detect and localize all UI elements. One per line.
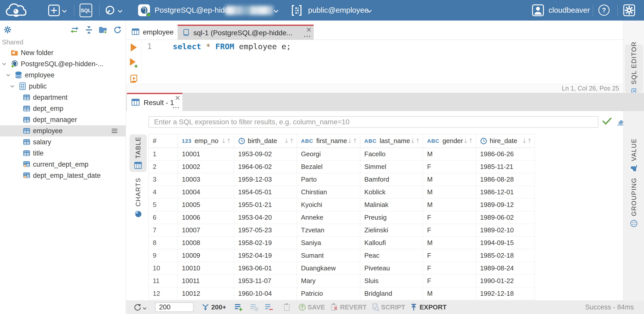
row-number-cell[interactable]: 1 — [148, 148, 178, 161]
row-number-cell[interactable]: 8 — [148, 237, 178, 249]
sort-icon[interactable]: ↓↑ — [522, 137, 532, 145]
data-cell[interactable]: 10004 — [178, 186, 234, 199]
new-connection-chevron-icon[interactable] — [62, 9, 67, 14]
fetch-more-icon[interactable] — [202, 304, 209, 312]
tree-item-employee[interactable]: employee — [0, 69, 126, 81]
data-cell[interactable]: Anneke — [297, 211, 360, 224]
execute-new-tab-button[interactable] — [129, 58, 138, 69]
column-header-rownum[interactable]: # — [148, 134, 178, 148]
username-label[interactable]: cloudbeaver — [548, 6, 590, 14]
delete-row-icon[interactable] — [265, 304, 273, 312]
data-cell[interactable]: 10012 — [178, 287, 234, 300]
driver-chevron-icon[interactable] — [118, 9, 123, 14]
data-cell[interactable]: 10009 — [178, 249, 234, 262]
apply-filter-icon[interactable] — [602, 118, 612, 126]
data-cell[interactable]: 1964-06-02 — [234, 161, 297, 173]
sort-icon[interactable]: ↓↑ — [347, 137, 357, 145]
row-number-cell[interactable]: 9 — [148, 249, 178, 262]
data-cell[interactable]: 1959-12-03 — [234, 173, 297, 186]
data-cell[interactable]: Bamford — [360, 173, 423, 186]
data-cell[interactable]: 10008 — [178, 237, 234, 249]
data-cell[interactable]: Simmel — [360, 161, 423, 173]
paste-value-icon[interactable] — [283, 303, 291, 312]
tree-item-postgresql-ep-hidden-[interactable]: PostgreSQL@ep-hidden-... — [0, 58, 126, 69]
duplicate-row-icon[interactable] — [250, 304, 259, 312]
column-header-emp_no[interactable]: 123emp_no↓↑ — [178, 134, 234, 148]
column-header-gender[interactable]: ABCgender↓↑ — [423, 134, 476, 148]
connection-name[interactable]: PostgreSQL@ep-hidde — [155, 6, 233, 14]
revert-icon[interactable] — [330, 303, 338, 312]
data-cell[interactable]: 1992-12-18 — [476, 287, 535, 300]
data-cell[interactable]: 1986-06-26 — [476, 148, 535, 161]
postgresql-connection-icon[interactable] — [138, 4, 150, 16]
tab-sql-editor[interactable]: sql-1 (PostgreSQL@ep-hidde... — [178, 25, 314, 40]
data-cell[interactable]: 10002 — [178, 161, 234, 173]
data-cell[interactable]: Peac — [360, 249, 423, 262]
data-cell[interactable]: M — [423, 148, 476, 161]
column-header-first_name[interactable]: ABCfirst_name↓↑ — [297, 134, 360, 148]
data-cell[interactable]: 10005 — [178, 199, 234, 211]
data-cell[interactable]: 10003 — [178, 173, 234, 186]
settings-button[interactable] — [623, 4, 635, 17]
fetch-size-input[interactable] — [155, 302, 194, 312]
data-cell[interactable]: 1986-08-28 — [476, 173, 535, 186]
data-cell[interactable]: Patricio — [297, 287, 360, 300]
data-cell[interactable]: 1957-05-23 — [234, 224, 297, 237]
collapse-all-icon[interactable] — [85, 26, 93, 35]
data-cell[interactable]: Preusig — [360, 211, 423, 224]
data-cell[interactable]: 10010 — [178, 262, 234, 275]
tree-item-salary[interactable]: salary — [0, 136, 126, 148]
data-cell[interactable]: M — [423, 237, 476, 249]
data-cell[interactable]: Tzvetan — [297, 224, 360, 237]
data-cell[interactable]: 1985-02-18 — [476, 249, 535, 262]
data-cell[interactable]: Facello — [360, 148, 423, 161]
data-cell[interactable]: 1958-02-19 — [234, 237, 297, 249]
tree-item-dept-manager[interactable]: dept_manager — [0, 114, 126, 125]
chevron-down-icon[interactable] — [2, 63, 11, 65]
sort-icon[interactable]: ↓↑ — [284, 137, 294, 145]
save-button[interactable]: SAVE — [308, 300, 325, 314]
execute-query-button[interactable] — [130, 43, 137, 53]
row-number-cell[interactable]: 7 — [148, 224, 178, 237]
data-cell[interactable]: Kyoichi — [297, 199, 360, 211]
data-cell[interactable]: Georgi — [297, 148, 360, 161]
data-cell[interactable]: 1954-05-01 — [234, 186, 297, 199]
execute-script-button[interactable] — [129, 74, 138, 84]
data-cell[interactable]: Sluis — [360, 275, 423, 287]
data-cell[interactable]: F — [423, 224, 476, 237]
data-cell[interactable]: 10007 — [178, 224, 234, 237]
tree-settings-gear-icon[interactable] — [4, 26, 12, 35]
data-cell[interactable]: 1986-12-01 — [476, 186, 535, 199]
sql-editor[interactable]: 1 select * FROM employee e; — [126, 40, 623, 84]
data-cell[interactable]: Koblick — [360, 186, 423, 199]
data-cell[interactable]: Chirstian — [297, 186, 360, 199]
tab-result-1[interactable]: Result - 1 — [127, 93, 182, 111]
sort-icon[interactable]: ↓↑ — [410, 137, 420, 145]
row-number-cell[interactable]: 11 — [148, 275, 178, 287]
data-cell[interactable]: Kalloufi — [360, 237, 423, 249]
data-cell[interactable]: F — [423, 262, 476, 275]
tab-value-panel[interactable]: VALUE — [625, 138, 642, 173]
row-number-cell[interactable]: 6 — [148, 211, 178, 224]
row-number-cell[interactable]: 12 — [148, 287, 178, 300]
data-cell[interactable]: Piveteau — [360, 262, 423, 275]
data-cell[interactable]: 1989-08-24 — [476, 262, 535, 275]
data-cell[interactable]: Bezalel — [297, 161, 360, 173]
tab-employee[interactable]: employee — [126, 25, 178, 40]
data-cell[interactable]: F — [423, 275, 476, 287]
tree-item-new-folder[interactable]: New folder — [0, 47, 126, 58]
data-cell[interactable]: 1960-10-04 — [234, 287, 297, 300]
tab-menu-icon[interactable] — [304, 34, 311, 39]
data-cell[interactable]: M — [423, 199, 476, 211]
data-cell[interactable]: Bridgland — [360, 287, 423, 300]
data-cell[interactable]: 1963-06-01 — [234, 262, 297, 275]
data-cell[interactable]: Mary — [297, 275, 360, 287]
tree-item-title[interactable]: title — [0, 148, 126, 159]
script-button[interactable]: SCRIPT — [381, 300, 405, 314]
refresh-options-chevron-icon[interactable] — [143, 306, 146, 311]
chevron-down-icon[interactable] — [6, 74, 15, 77]
tab-grouping-panel[interactable]: GROUPING — [625, 178, 642, 228]
new-sql-editor-button[interactable]: SQL — [80, 4, 92, 17]
data-cell[interactable]: 1953-09-02 — [234, 148, 297, 161]
data-cell[interactable]: 10006 — [178, 211, 234, 224]
